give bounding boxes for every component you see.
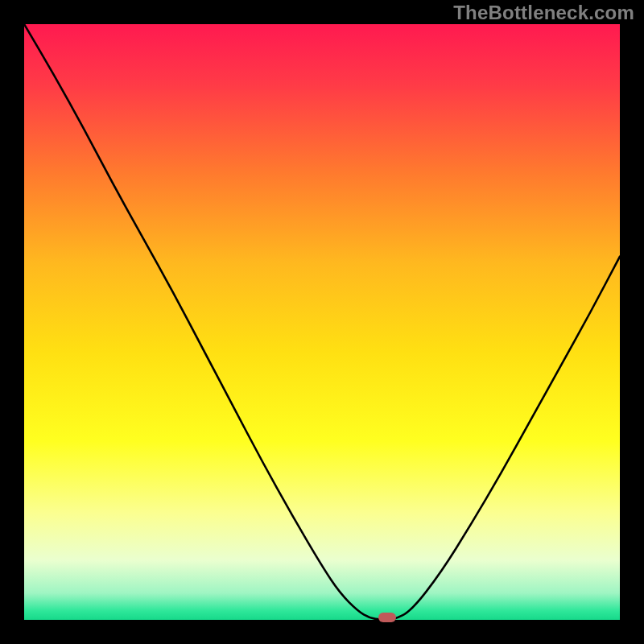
chart-frame: TheBottleneck.com <box>0 0 644 644</box>
plot-svg <box>24 24 620 620</box>
gradient-background <box>24 24 620 620</box>
watermark-text: TheBottleneck.com <box>453 2 634 24</box>
plot-area <box>24 24 620 620</box>
minimum-marker <box>378 613 396 622</box>
